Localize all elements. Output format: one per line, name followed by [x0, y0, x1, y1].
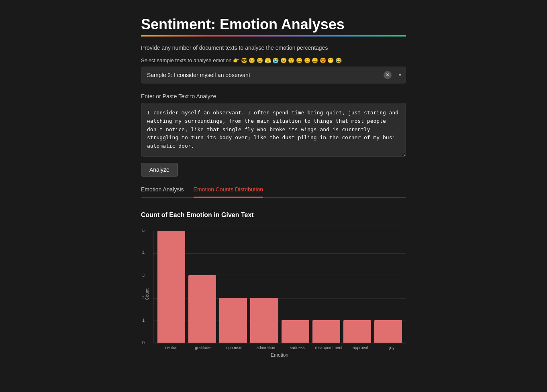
sample-select[interactable]: Sample 2: I consider myself an observant — [141, 67, 406, 83]
bar-col-neutral — [157, 231, 185, 343]
chart-area: Count 012345 neutralgratitudeoptimismadm… — [141, 231, 406, 358]
analyze-button[interactable]: Analyze — [141, 163, 178, 177]
text-input[interactable] — [141, 103, 406, 156]
tab-emotion-counts[interactable]: Emotion Counts Distribution — [194, 186, 263, 198]
y-axis-label-container: Count — [141, 231, 153, 358]
chart-inner: 012345 neutralgratitudeoptimismadmiratio… — [153, 231, 406, 358]
chart-title: Count of Each Emotion in Given Text — [141, 211, 406, 219]
textarea-label: Enter or Paste Text to Analyze — [141, 93, 406, 100]
title-underline — [141, 35, 406, 37]
chart-plot: 012345 — [153, 231, 406, 343]
bar-col-optimism — [219, 231, 247, 343]
x-label-optimism: optimism — [220, 345, 249, 350]
x-label-approval: approval — [346, 345, 375, 350]
x-label-admiration: admiration — [252, 345, 280, 350]
select-clear-button[interactable]: ✕ — [384, 71, 392, 79]
bar-col-disappointment — [312, 231, 340, 343]
bar-admiration — [250, 298, 278, 343]
x-label-neutral: neutral — [157, 345, 186, 350]
x-axis-labels: neutralgratitudeoptimismadmirationsadnes… — [153, 345, 406, 350]
subtitle: Provide any number of document texts to … — [141, 45, 406, 51]
bar-optimism — [219, 298, 247, 343]
x-label-joy: joy — [378, 345, 406, 350]
bar-gratitude — [188, 275, 216, 343]
bar-col-admiration — [250, 231, 278, 343]
x-axis-title: Emotion — [153, 352, 406, 358]
x-label-gratitude: gratitude — [189, 345, 217, 350]
chart-section: Count of Each Emotion in Given Text Coun… — [141, 207, 406, 362]
sample-select-wrapper: Sample 2: I consider myself an observant… — [141, 67, 406, 83]
x-label-disappointment: disappointment — [315, 345, 343, 350]
bar-col-sadness — [282, 231, 309, 343]
page-container: Sentiment: Emotion Analyses Provide any … — [133, 0, 414, 378]
bar-sadness — [282, 320, 309, 343]
page-title: Sentiment: Emotion Analyses — [141, 16, 406, 33]
bar-approval — [343, 320, 371, 343]
tabs-container: Emotion Analysis Emotion Counts Distribu… — [141, 186, 406, 198]
tab-emotion-analysis[interactable]: Emotion Analysis — [141, 186, 184, 198]
bar-disappointment — [312, 320, 340, 343]
bar-joy — [374, 320, 402, 343]
emoji-label: Select sample texts to analyse emotion 👉… — [141, 57, 406, 63]
bar-col-joy — [374, 231, 402, 343]
y-axis-label: Count — [145, 288, 149, 300]
x-label-sadness: sadness — [283, 345, 312, 350]
bar-col-approval — [343, 231, 371, 343]
bars-group — [153, 231, 406, 343]
bar-neutral — [157, 231, 185, 343]
bar-col-gratitude — [188, 231, 216, 343]
